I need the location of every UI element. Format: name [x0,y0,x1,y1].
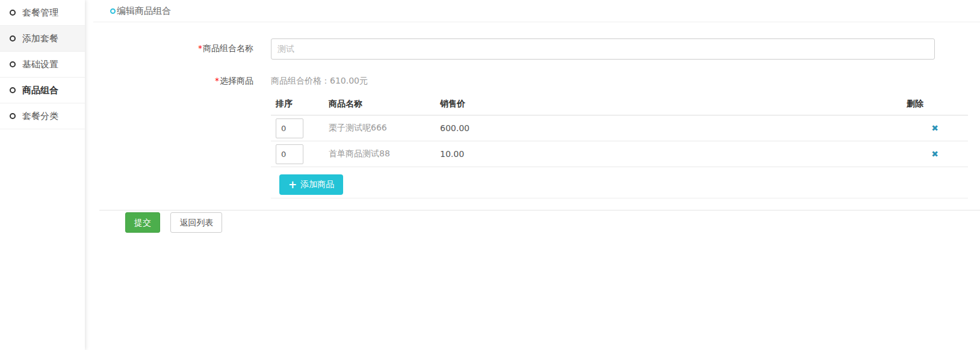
combo-name-input[interactable] [271,38,935,60]
header-name: 商品名称 [324,95,435,115]
combo-name-control [271,38,980,60]
plus-icon: + [288,180,297,189]
circle-icon [10,113,16,119]
select-products-label: *选择商品 [85,71,253,87]
circle-icon [10,87,16,93]
product-price: 10.00 [440,149,464,159]
combo-price-label: 商品组合价格： [271,76,330,85]
combo-name-label: *商品组合名称 [85,38,253,54]
table-row: 首单商品测试88 10.00 ✖ [271,141,968,167]
sort-input[interactable] [276,144,303,164]
combo-price-line: 商品组合价格：610.00元 [271,71,980,87]
sidebar-item-label: 基础设置 [22,59,58,70]
circle-icon [10,61,16,67]
header-delete: 删除 [902,95,968,115]
products-table-wrapper: 排序 商品名称 销售价 删除 栗子测试呢666 [271,95,968,198]
sidebar-item-package-manage[interactable]: 套餐管理 [0,0,85,26]
sort-input[interactable] [276,118,303,138]
main-content: 编辑商品组合 *商品组合名称 *选择商品 商品组合价格：610.00元 [85,0,980,350]
header-price: 销售价 [435,95,902,115]
submit-button[interactable]: 提交 [125,212,160,233]
combo-name-row: *商品组合名称 [85,38,980,60]
sidebar: 套餐管理 添加套餐 基础设置 商品组合 套餐分类 [0,0,85,350]
product-price: 600.00 [440,123,470,133]
sidebar-item-label: 商品组合 [22,85,58,96]
circle-icon [10,10,16,16]
required-asterisk: * [198,43,202,53]
page-title: 编辑商品组合 [117,5,171,17]
products-table: 排序 商品名称 销售价 删除 栗子测试呢666 [271,95,968,167]
sidebar-item-add-package[interactable]: 添加套餐 [0,26,85,52]
back-to-list-button[interactable]: 返回列表 [170,212,222,233]
combo-name-label-text: 商品组合名称 [203,43,253,53]
delete-x-icon[interactable]: ✖ [931,149,938,159]
edit-combo-form: *商品组合名称 *选择商品 商品组合价格：610.00元 排序 [85,38,980,233]
add-product-label: 添加商品 [300,179,334,190]
table-row: 栗子测试呢666 600.00 ✖ [271,115,968,141]
sidebar-item-package-category[interactable]: 套餐分类 [0,103,85,129]
sidebar-item-label: 添加套餐 [22,33,58,45]
sidebar-item-product-combo[interactable]: 商品组合 [0,78,85,103]
circle-icon [110,8,116,14]
product-name: 首单商品测试88 [329,149,390,158]
select-products-label-text: 选择商品 [220,76,253,85]
select-products-control: 商品组合价格：610.00元 排序 商品名称 销售价 删除 [271,71,980,198]
required-asterisk: * [215,76,219,85]
sidebar-item-label: 套餐分类 [22,111,58,122]
product-name: 栗子测试呢666 [329,123,387,132]
select-products-row: *选择商品 商品组合价格：610.00元 排序 商品名称 销售价 删除 [85,71,980,198]
add-product-button[interactable]: + 添加商品 [279,174,343,195]
products-table-header-row: 排序 商品名称 销售价 删除 [271,95,968,115]
sidebar-item-basic-settings[interactable]: 基础设置 [0,52,85,78]
form-actions: 提交 返回列表 [99,210,980,233]
sidebar-item-label: 套餐管理 [22,7,58,19]
combo-price-value: 610.00元 [330,76,368,85]
circle-icon [10,35,16,41]
page-header: 编辑商品组合 [93,0,980,22]
delete-x-icon[interactable]: ✖ [931,123,938,133]
header-sort: 排序 [271,95,324,115]
